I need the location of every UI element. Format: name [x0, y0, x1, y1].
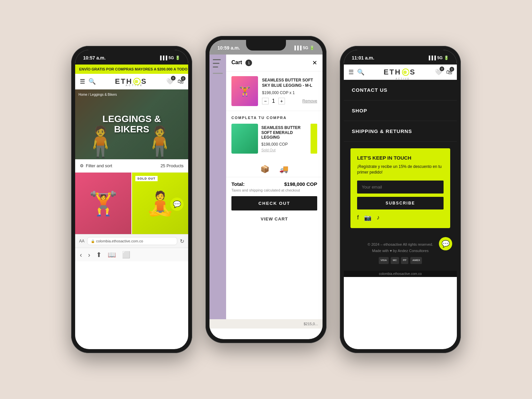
rec-yellow-swatch — [311, 124, 317, 154]
brand-logo-3: ETH⊗S ACTIVE — [384, 68, 416, 76]
footer-copyright: © 2024 – ethosactive All rights reserved… — [350, 241, 450, 248]
payment-pp: PP — [401, 257, 409, 264]
payment-icons: VISA MC PP AMEX — [350, 257, 450, 264]
phone2-layout: Cart 1 ✕ 🏋 SEAMLESS BUTTER SOFT SKY BLUE… — [209, 55, 323, 319]
hero-text-1: LEGGINGS & BIKERS — [102, 114, 161, 135]
cart-item-row: − 1 + Remove — [262, 98, 317, 104]
search-icon-1[interactable]: 🔍 — [88, 78, 96, 85]
whatsapp-fab-3[interactable]: 💬 — [439, 237, 452, 250]
store-header-3: ☰ 🔍 ETH⊗S ACTIVE 🤍0 🛍1 — [344, 65, 457, 80]
hamburger-icon-1[interactable]: ☰ — [80, 78, 85, 85]
time-1: 10:57 a.m. — [83, 55, 106, 61]
footer-url: colombia.ethosactive.com.co — [344, 271, 457, 277]
time-2: 10:59 a.m. — [217, 45, 240, 51]
search-icon-3[interactable]: 🔍 — [357, 68, 364, 76]
rec-price-1: $198,000 COP — [261, 142, 307, 147]
cart-badge-1: 0 — [181, 76, 186, 81]
cart-header: Cart 1 ✕ — [226, 55, 323, 71]
rec-name-1: SEAMLESS BUTTER SOFT EMERALD LEGGING — [261, 125, 307, 140]
filter-left[interactable]: ⚙ Filter and sort — [80, 163, 112, 168]
cart-item-name-1: SEAMLESS BUTTER SOFT SKY BLUE LEGGING - … — [262, 78, 317, 88]
wishlist-btn-3[interactable]: 🤍0 — [435, 68, 442, 76]
phone-3: 11:01 a.m. ▐▐▐ 5G 🔋 ☰ 🔍 ETH⊗S ACTIVE — [340, 46, 461, 353]
notch-1 — [112, 50, 152, 61]
cart-panel: Cart 1 ✕ 🏋 SEAMLESS BUTTER SOFT SKY BLUE… — [226, 55, 323, 319]
cart-item-price-1: $198,000 COP x 1 — [262, 90, 317, 95]
status-icons-2: ▐▐▐ 5G 🔋 — [293, 46, 315, 50]
cart-delivery-icon: 🚚 — [279, 165, 288, 174]
email-input[interactable] — [357, 181, 444, 194]
checkout-btn[interactable]: CHECK OUT — [231, 196, 317, 210]
cart-btn-3[interactable]: 🛍1 — [446, 69, 452, 76]
total-price: $198,000 COP — [284, 181, 317, 187]
wishlist-btn-1[interactable]: 🤍0 — [166, 78, 174, 85]
qty-value: 1 — [272, 98, 275, 104]
status-icons-3: ▐▐▐ 5G 🔋 — [427, 56, 449, 60]
facebook-icon[interactable]: f — [357, 214, 359, 221]
cart-total-section: Total: $198,000 COP Taxes and shipping c… — [226, 177, 323, 228]
touch-title: LET'S KEEP IN TOUCH — [357, 155, 444, 161]
menu-nav: CONTACT US SHOP SHIPPING & RETURNS — [344, 80, 457, 142]
remove-link[interactable]: Remove — [302, 99, 317, 103]
url-bar-1[interactable]: 🔒 colombia.ethosactive.com.co — [87, 237, 177, 245]
header-right-3: 🤍0 🛍1 — [435, 68, 452, 76]
battery-1: 🔋 — [175, 56, 180, 60]
wishlist-badge-1: 0 — [171, 76, 176, 80]
close-icon-cart[interactable]: ✕ — [312, 59, 317, 66]
product-image-1: 🏋 — [75, 173, 131, 234]
touch-desc: ¡Regístrate y recibe un 15% de descuento… — [357, 164, 444, 175]
share-icon-1[interactable]: ⬆ — [96, 251, 102, 259]
subscribe-btn[interactable]: SUBSCRIBE — [357, 197, 444, 209]
instagram-icon[interactable]: 📷 — [364, 214, 371, 221]
tiktok-icon[interactable]: ♪ — [377, 214, 380, 221]
touch-section: LET'S KEEP IN TOUCH ¡Regístrate y recibe… — [350, 148, 450, 228]
filter-icon: ⚙ — [80, 163, 84, 168]
prev-price-bar: $215,0... — [209, 319, 323, 329]
font-size-icon: AA — [79, 239, 84, 243]
whatsapp-fab-1[interactable]: 💬 — [170, 198, 184, 211]
notch-3 — [380, 50, 420, 61]
total-label: Total: — [231, 181, 245, 187]
hamburger-icon-3[interactable]: ☰ — [348, 68, 354, 76]
payment-mc: MC — [391, 257, 399, 264]
cart-taxes: Taxes and shipping calculated at checkou… — [231, 188, 317, 192]
cart-icons-row: 📦 🚚 — [226, 162, 323, 177]
shop-menu-item[interactable]: SHOP — [344, 100, 457, 121]
contact-us-menu-item[interactable]: CONTACT US — [344, 80, 457, 100]
hero-image-1: Home / Leggings & Bikers LEGGINGS & BIKE… — [75, 89, 188, 159]
qty-increase-btn[interactable]: + — [278, 98, 285, 104]
browser-bar-1: AA 🔒 colombia.ethosactive.com.co ↻ — [75, 234, 188, 248]
qty-control: − 1 + — [262, 98, 285, 104]
bookmarks-icon-1[interactable]: 📖 — [108, 251, 116, 259]
header-right-1: 🤍0 🛍0 — [166, 78, 184, 85]
phone-1: 10:57 a.m. ▐▐▐ 5G 🔋 ENVÍO GRATIS POR COM… — [71, 46, 192, 353]
reload-icon-1[interactable]: ↻ — [180, 238, 184, 244]
payment-visa: VISA — [379, 257, 389, 264]
cart-count-badge: 1 — [245, 60, 252, 66]
tabs-icon-1[interactable]: ⬜ — [122, 251, 130, 259]
signal-3: ▐▐▐ — [427, 56, 436, 60]
phone-2: 10:59 a.m. ▐▐▐ 5G 🔋 Cart 1 — [205, 36, 327, 343]
recommended-item-1: SEAMLESS BUTTER SOFT EMERALD LEGGING $19… — [231, 124, 317, 154]
phone1-content: ENVÍO GRATIS POR COMPRAS MAYORES A $200.… — [75, 65, 188, 261]
time-3: 11:01 a.m. — [352, 55, 374, 61]
forward-btn-1[interactable]: › — [88, 251, 90, 259]
qty-decrease-btn[interactable]: − — [262, 98, 269, 104]
cart-bundle-icon: 📦 — [260, 165, 269, 174]
rec-info-1: SEAMLESS BUTTER SOFT EMERALD LEGGING $19… — [261, 125, 307, 152]
store-header-1: ☰ 🔍 ETH⊗S ACTIVE 🤍0 🛍0 — [75, 74, 188, 89]
product-card-1[interactable]: 🏋 — [75, 173, 131, 234]
status-icons-1: ▐▐▐ 5G 🔋 — [159, 56, 180, 60]
side-panel — [209, 55, 226, 319]
sold-out-badge: SOLD OUT — [135, 176, 158, 181]
cart-item-info-1: SEAMLESS BUTTER SOFT SKY BLUE LEGGING - … — [262, 78, 317, 104]
product-count: 25 Products — [161, 163, 184, 168]
logo-circle-3: ⊗ — [402, 68, 409, 76]
browser-controls-1: ‹ › ⬆ 📖 ⬜ — [75, 248, 188, 261]
network-2: 5G — [303, 46, 308, 50]
cart-title-area: Cart 1 — [231, 60, 252, 66]
cart-btn-1[interactable]: 🛍0 — [178, 78, 184, 85]
view-cart-btn[interactable]: VIEW CART — [231, 214, 317, 224]
shipping-menu-item[interactable]: SHIPPING & RETURNS — [344, 121, 457, 142]
back-btn-1[interactable]: ‹ — [80, 251, 82, 259]
